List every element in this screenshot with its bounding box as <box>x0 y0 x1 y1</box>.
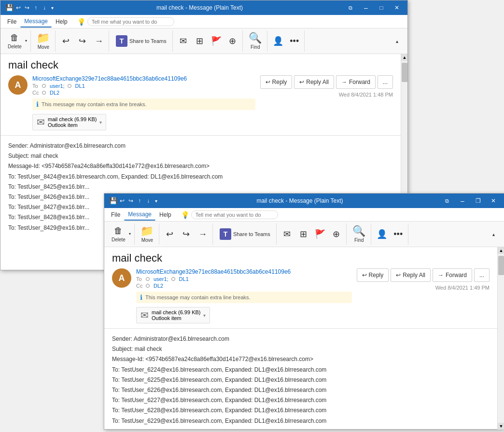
delete-main-1[interactable]: 🗑 Delete <box>5 31 24 51</box>
scroll-thumb-2[interactable] <box>498 256 504 275</box>
attachment-2[interactable]: ✉ mail check (6.99 KB) Outlook item ▾ <box>136 307 210 323</box>
down-qat-btn-2[interactable]: ↓ <box>144 195 153 206</box>
minimize-btn-1[interactable]: – <box>359 2 373 13</box>
find-btn-2[interactable]: 🔍 Find <box>350 223 369 245</box>
to-user1-2[interactable]: user1; <box>154 276 168 282</box>
reply-btn-1[interactable]: ↩ Reply <box>260 75 293 89</box>
delete-main-2[interactable]: 🗑 Delete <box>109 224 128 244</box>
more-actions-btn-1[interactable]: ... <box>378 75 393 89</box>
more-options-btn-2[interactable]: 👤 <box>374 229 390 239</box>
redo-icon-1: ↪ <box>79 37 86 45</box>
attachment-area-1: ✉ mail check (6.99 KB) Outlook item ▾ <box>32 114 255 130</box>
to-dl1-1[interactable]: DL1 <box>75 83 85 89</box>
sender-info-2: MicrosoftExchange329e71ec88ae4615bbc36ab… <box>136 268 352 323</box>
up-qat-btn-2[interactable]: ↑ <box>135 195 144 206</box>
menu-message-2[interactable]: Message <box>124 209 155 221</box>
find-btn-1[interactable]: 🔍 Find <box>246 30 265 52</box>
undo-qat-btn[interactable]: ↩ <box>14 2 23 13</box>
tell-me-input-2[interactable] <box>191 210 278 219</box>
scroll-thumb-1[interactable] <box>402 63 407 82</box>
menu-help-1[interactable]: Help <box>52 16 71 27</box>
to-radio-dot-2 <box>146 277 150 281</box>
menu-file-1[interactable]: File <box>3 16 20 27</box>
share-teams-btn-2[interactable]: T Share to Teams <box>216 223 274 245</box>
tile-btn-2[interactable]: ⧉ <box>440 195 454 206</box>
forward-btn-1[interactable]: → Forward <box>336 75 376 89</box>
scroll-down-2[interactable]: ▼ <box>498 423 504 430</box>
down-qat-btn[interactable]: ↓ <box>40 2 49 13</box>
undo-btn-1[interactable]: ↩ <box>58 36 74 46</box>
forward-nav-icon-1: → <box>95 37 103 45</box>
more-btn-2[interactable]: ••• <box>391 229 406 239</box>
menu-file-2[interactable]: File <box>107 209 124 220</box>
undo-btn-2[interactable]: ↩ <box>162 229 178 239</box>
more-options-btn-1[interactable]: 👤 <box>270 36 286 46</box>
scroll-up-2[interactable]: ▲ <box>498 247 504 254</box>
attachment-1[interactable]: ✉ mail check (6.99 KB) Outlook item ▾ <box>32 114 106 130</box>
forward-nav-btn-1[interactable]: → <box>91 36 107 46</box>
maximize-btn-1[interactable]: □ <box>375 2 388 13</box>
move-btn-1[interactable]: 📁 Move <box>34 30 53 52</box>
undo-icon-1: ↩ <box>62 37 70 45</box>
delete-dropdown-1[interactable]: ▾ <box>24 37 28 45</box>
minimize-btn-2[interactable]: – <box>456 195 469 206</box>
undo-icon-2: ↩ <box>166 230 173 238</box>
email-body-2: Sender: Administrator@ex16.blrresearch.c… <box>104 329 497 430</box>
undo-qat-btn-2[interactable]: ↩ <box>118 195 126 206</box>
send-receive-btn-1[interactable]: ✉ <box>176 36 191 46</box>
tile-btn-1[interactable]: ⧉ <box>344 2 357 13</box>
save-qat-btn-2[interactable]: 💾 <box>108 195 118 206</box>
delete-split-btn-1[interactable]: 🗑 Delete ▾ <box>5 31 28 51</box>
sender-name-1[interactable]: MicrosoftExchange329e71ec88ae4615bbc36ab… <box>32 75 255 82</box>
redo-btn-1[interactable]: ↪ <box>75 36 90 46</box>
body-line-1-1: Subject: mail check <box>8 152 393 161</box>
more-actions-btn-2[interactable]: ... <box>474 268 490 282</box>
save-qat-btn[interactable]: 💾 <box>4 2 14 13</box>
forward-nav-btn-2[interactable]: → <box>195 229 210 239</box>
ribbon-collapse-btn-1[interactable]: ▴ <box>389 38 405 45</box>
reply-btn-2[interactable]: ↩ Reply <box>357 268 389 282</box>
scroll-up-1[interactable]: ▲ <box>401 54 407 61</box>
forward-btn-2[interactable]: → Forward <box>433 268 472 282</box>
menu-help-2[interactable]: Help <box>155 209 175 220</box>
delete-split-btn-2[interactable]: 🗑 Delete ▾ <box>109 224 132 244</box>
to-dl1-2[interactable]: DL1 <box>179 276 189 282</box>
more-btn-1[interactable]: ••• <box>287 36 302 46</box>
customize-qat-btn-2[interactable]: ▾ <box>153 195 159 206</box>
redo-btn-2[interactable]: ↪ <box>179 229 194 239</box>
menu-message-1[interactable]: Message <box>20 16 52 28</box>
flag-btn-1[interactable]: 🚩 <box>209 36 224 46</box>
cc-dl2-2[interactable]: DL2 <box>154 283 163 289</box>
share-teams-btn-1[interactable]: T Share to Teams <box>112 30 170 52</box>
sender-name-2[interactable]: MicrosoftExchange329e71ec88ae4615bbc36ab… <box>136 268 352 275</box>
customize-qat-btn[interactable]: ▾ <box>49 2 56 13</box>
move-btn-2[interactable]: 📁 Move <box>138 223 157 245</box>
ribbon-collapse-btn-2[interactable]: ▴ <box>486 231 501 238</box>
close-btn-2[interactable]: ✕ <box>487 195 500 206</box>
send-receive-btn-2[interactable]: ✉ <box>280 229 295 239</box>
attach-dropdown-icon-2[interactable]: ▾ <box>203 313 206 318</box>
reply-all-btn-1[interactable]: ↩ Reply All <box>294 75 334 89</box>
zoom-btn-1[interactable]: ⊕ <box>225 36 240 46</box>
attachment-info-1: mail check (6.99 KB) Outlook item <box>48 116 97 128</box>
up-qat-btn[interactable]: ↑ <box>31 2 40 13</box>
zoom-btn-2[interactable]: ⊕ <box>329 229 344 239</box>
more-icon-2: ••• <box>393 230 403 238</box>
redo-icon-2: ↪ <box>182 230 190 238</box>
attach-dropdown-icon-1[interactable]: ▾ <box>99 120 102 125</box>
flag-btn-2[interactable]: 🚩 <box>312 229 328 239</box>
to-user1-1[interactable]: user1; <box>50 83 65 89</box>
redo-qat-btn-2[interactable]: ↪ <box>126 195 135 206</box>
cc-dl2-1[interactable]: DL2 <box>50 90 59 96</box>
restore-btn-2[interactable]: ❐ <box>471 195 485 206</box>
close-btn-1[interactable]: ✕ <box>390 2 404 13</box>
send-receive-group-2: ✉ ⊞ 🚩 ⊕ <box>278 223 347 245</box>
body-line-2-5: To: TestUser_6226@ex16.blrresearch.com, … <box>112 386 490 395</box>
redo-qat-btn[interactable]: ↪ <box>23 2 31 13</box>
grid-btn-1[interactable]: ⊞ <box>192 36 208 46</box>
reply-all-btn-2[interactable]: ↩ Reply All <box>391 268 431 282</box>
grid-btn-2[interactable]: ⊞ <box>296 229 311 239</box>
delete-dropdown-2[interactable]: ▾ <box>128 230 132 238</box>
tell-me-input-1[interactable] <box>87 17 174 26</box>
reply-label-1: Reply <box>272 79 287 85</box>
